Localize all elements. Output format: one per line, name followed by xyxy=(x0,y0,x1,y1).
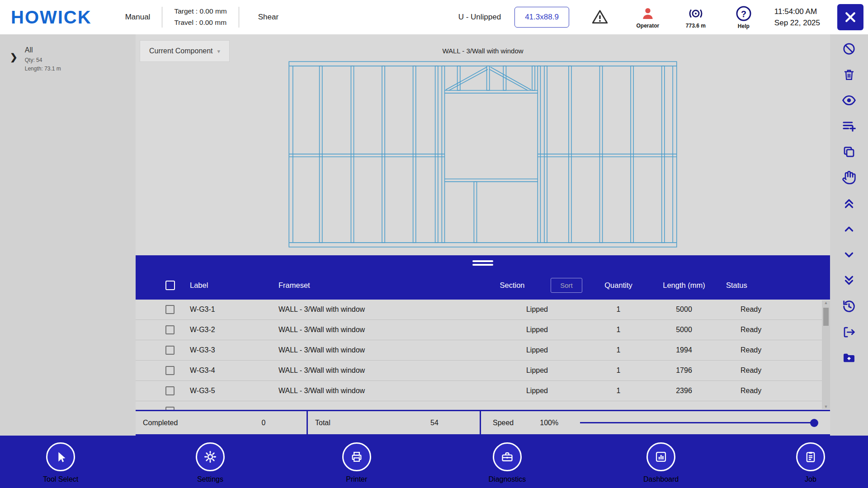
duplicate-icon[interactable] xyxy=(842,145,856,159)
dashboard-chart-icon[interactable] xyxy=(646,442,675,471)
row-label: W-G3-5 xyxy=(186,387,275,395)
total-cell: Total 54 xyxy=(308,411,481,434)
pane-splitter[interactable] xyxy=(136,255,830,271)
toolbox-icon[interactable] xyxy=(493,442,522,471)
row-checkbox[interactable] xyxy=(165,325,175,334)
table-header: Label Frameset Section Sort Quantity Len… xyxy=(136,271,830,300)
wall-frame-drawing[interactable] xyxy=(288,61,677,248)
speed-label: Speed xyxy=(493,419,514,427)
view-icon[interactable] xyxy=(842,93,856,108)
row-status: Ready xyxy=(722,305,830,314)
speed-cell: Speed 100% xyxy=(481,411,830,434)
block-icon[interactable] xyxy=(842,42,856,56)
operator-label: Operator xyxy=(637,23,660,29)
row-status: Ready xyxy=(722,366,830,375)
row-length: 1796 xyxy=(646,366,722,375)
table-scrollbar[interactable]: ▲ ▼ xyxy=(822,300,830,409)
folder-add-icon[interactable] xyxy=(842,351,856,365)
row-length: 2396 xyxy=(646,387,722,395)
select-all-checkbox[interactable] xyxy=(165,281,175,290)
tree-item-all[interactable]: ❯ All Qty: 54 Length: 73.1 m xyxy=(0,46,136,73)
row-status: Ready xyxy=(722,346,830,354)
speed-slider[interactable] xyxy=(580,418,816,427)
nav-job[interactable]: Job xyxy=(796,442,825,483)
header-status: Status xyxy=(722,281,830,290)
nav-label: Job xyxy=(805,475,816,483)
row-checkbox[interactable] xyxy=(165,305,175,314)
alerts-block[interactable] xyxy=(583,8,617,26)
coil-remaining-label: 773.6 m xyxy=(686,23,706,29)
double-chevron-down-icon[interactable] xyxy=(842,273,856,288)
printer-icon[interactable] xyxy=(342,442,371,471)
table-row[interactable]: W-G3-1 WALL - 3/Wall with window Lipped … xyxy=(136,300,830,320)
sort-button[interactable]: Sort xyxy=(551,278,582,293)
history-restore-icon[interactable] xyxy=(842,299,856,314)
row-length: 1994 xyxy=(646,346,722,354)
row-label: W-G3-2 xyxy=(186,326,275,334)
warning-icon xyxy=(591,8,609,26)
scroll-up-icon[interactable]: ▲ xyxy=(822,300,830,305)
operator-block[interactable]: Operator xyxy=(631,5,665,29)
nav-printer[interactable]: Printer xyxy=(342,442,371,483)
row-quantity: 1 xyxy=(591,366,646,375)
job-clipboard-icon[interactable] xyxy=(796,442,825,471)
delete-icon[interactable] xyxy=(842,67,856,82)
time-label: 11:54:00 AM xyxy=(774,6,820,18)
component-title: WALL - 3/Wall with window xyxy=(136,47,830,55)
chevron-up-icon[interactable] xyxy=(842,222,856,236)
speed-slider-track[interactable] xyxy=(580,422,816,423)
nav-diagnostics[interactable]: Diagnostics xyxy=(489,442,526,483)
total-label: Total xyxy=(308,419,330,427)
double-chevron-up-icon[interactable] xyxy=(842,196,856,211)
speed-slider-knob[interactable] xyxy=(810,419,818,427)
row-section: Lipped xyxy=(483,346,591,354)
scroll-down-icon[interactable]: ▼ xyxy=(822,404,830,409)
top-bar: HOWICK Manual Target : 0.00 mm Travel : … xyxy=(0,0,868,34)
table-row[interactable]: W-G3-4 WALL - 3/Wall with window Lipped … xyxy=(136,361,830,381)
row-frameset: WALL - 3/Wall with window xyxy=(275,387,483,395)
component-table-body: W-G3-1 WALL - 3/Wall with window Lipped … xyxy=(136,300,830,410)
pan-hand-icon[interactable] xyxy=(842,170,856,185)
divider xyxy=(162,7,162,28)
row-checkbox[interactable] xyxy=(165,386,175,395)
chevron-right-icon[interactable]: ❯ xyxy=(10,52,18,62)
coil-icon xyxy=(687,5,704,22)
row-checkbox[interactable] xyxy=(165,366,175,375)
help-block[interactable]: ? Help xyxy=(726,5,761,29)
nav-label: Diagnostics xyxy=(489,475,526,483)
settings-gear-icon[interactable] xyxy=(196,442,225,471)
row-quantity: 1 xyxy=(591,305,646,314)
nav-settings[interactable]: Settings xyxy=(196,442,225,483)
table-row[interactable]: W-G3-5 WALL - 3/Wall with window Lipped … xyxy=(136,381,830,401)
help-icon: ? xyxy=(735,5,752,22)
scrollbar-thumb[interactable] xyxy=(823,308,829,326)
table-row[interactable]: W-G3-3 WALL - 3/Wall with window Lipped … xyxy=(136,340,830,361)
row-section: Lipped xyxy=(483,305,591,314)
row-section: Lipped xyxy=(483,366,591,375)
table-row-partial[interactable] xyxy=(136,401,830,410)
row-section: Lipped xyxy=(483,387,591,395)
row-frameset: WALL - 3/Wall with window xyxy=(275,366,483,375)
export-icon[interactable] xyxy=(842,325,856,339)
machine-mode-label: Manual xyxy=(125,13,151,22)
side-tool-rail xyxy=(830,34,868,436)
close-icon xyxy=(843,10,858,24)
row-checkbox[interactable] xyxy=(165,346,175,355)
header-section: Section xyxy=(483,281,542,290)
tool-select-icon[interactable] xyxy=(46,442,75,471)
nav-label: Printer xyxy=(346,475,367,483)
job-status-bar: Completed 0 Total 54 Speed 100% xyxy=(136,410,830,436)
row-quantity: 1 xyxy=(591,326,646,334)
nav-label: Dashboard xyxy=(643,475,679,483)
nav-dashboard[interactable]: Dashboard xyxy=(643,442,679,483)
row-checkbox[interactable] xyxy=(165,407,175,410)
howick-logo: HOWICK xyxy=(11,7,92,28)
close-button[interactable] xyxy=(837,4,863,30)
section-size-button[interactable]: 41.3x88.9 xyxy=(514,7,569,28)
bottom-nav: Tool Select Settings Printer Diagnostics xyxy=(0,436,868,488)
nav-tool-select[interactable]: Tool Select xyxy=(43,442,78,483)
chevron-down-icon[interactable] xyxy=(842,248,856,262)
table-row[interactable]: W-G3-2 WALL - 3/Wall with window Lipped … xyxy=(136,320,830,340)
add-to-list-icon[interactable] xyxy=(842,119,856,133)
coil-block[interactable]: 773.6 m xyxy=(679,5,713,29)
